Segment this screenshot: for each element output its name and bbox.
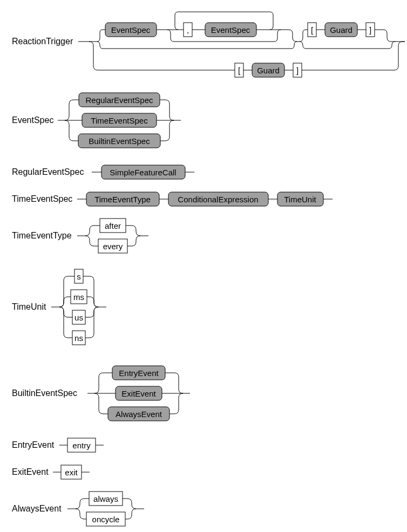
nonterminal-EventSpec: EventSpec	[105, 23, 157, 37]
svg-text:EventSpec: EventSpec	[211, 25, 250, 35]
nonterminal-AlwaysEvent: AlwaysEvent	[108, 407, 169, 421]
nonterminal-EntryEvent: EntryEvent	[112, 366, 165, 380]
nonterminal-ExitEvent: ExitEvent	[116, 386, 162, 400]
rule-TimeEventSpec: TimeEventSpec TimeEventType ConditionalE…	[12, 192, 333, 206]
terminal-comma: ,	[184, 23, 192, 37]
nonterminal-RegularEventSpec: RegularEventSpec	[79, 93, 160, 107]
nonterminal-Guard-2: Guard	[252, 63, 284, 77]
svg-text:Guard: Guard	[330, 25, 352, 35]
nonterminal-BuiltinEventSpec: BuiltinEventSpec	[78, 134, 160, 148]
terminal-rbrack-2: ]	[293, 63, 302, 77]
rule-TimeEventType: TimeEventType after every	[12, 219, 148, 253]
rule-label: AlwaysEvent	[12, 504, 62, 513]
svg-text:Guard: Guard	[257, 66, 280, 75]
terminal-always: always	[89, 492, 123, 506]
svg-text:oncycle: oncycle	[92, 515, 120, 524]
svg-text:ms: ms	[73, 292, 84, 302]
svg-text:,: ,	[187, 25, 189, 35]
nonterminal-TimeUnit: TimeUnit	[277, 192, 323, 206]
svg-text:ns: ns	[74, 333, 83, 343]
rule-label: ExitEvent	[12, 467, 49, 476]
svg-text:ExitEvent: ExitEvent	[121, 389, 156, 398]
svg-text:TimeEventSpec: TimeEventSpec	[91, 116, 148, 125]
rule-BuiltinEventSpec: BuiltinEventSpec EntryEvent ExitEvent Al…	[12, 366, 190, 421]
rule-EntryEvent: EntryEvent entry	[12, 438, 104, 452]
svg-text:EventSpec: EventSpec	[111, 25, 151, 35]
svg-text:RegularEventSpec: RegularEventSpec	[85, 96, 153, 105]
svg-text:always: always	[93, 494, 118, 503]
rule-AlwaysEvent: AlwaysEvent always oncycle	[12, 492, 144, 526]
svg-text:us: us	[74, 313, 83, 322]
rule-label: EventSpec	[12, 115, 53, 125]
rule-label: RegularEventSpec	[12, 167, 84, 176]
rule-label: EntryEvent	[12, 440, 55, 449]
nonterminal-TimeEventSpec: TimeEventSpec	[82, 113, 157, 127]
svg-text:s: s	[77, 272, 81, 281]
terminal-exit: exit	[61, 465, 82, 479]
svg-text:BuiltinEventSpec: BuiltinEventSpec	[89, 137, 150, 146]
nonterminal-EventSpec-2: EventSpec	[205, 23, 256, 37]
nonterminal-ConditionalExpression: ConditionalExpression	[168, 192, 268, 206]
svg-text:EntryEvent: EntryEvent	[119, 369, 159, 378]
terminal-us: us	[72, 310, 85, 324]
svg-text:]: ]	[296, 66, 299, 75]
rule-label: ReactionTrigger	[12, 37, 73, 46]
terminal-ns: ns	[72, 331, 85, 345]
terminal-rbrack-1: ]	[366, 23, 375, 37]
svg-text:TimeUnit: TimeUnit	[284, 195, 316, 204]
rule-label: TimeEventType	[12, 231, 72, 240]
terminal-oncycle: oncycle	[86, 512, 125, 526]
nonterminal-SimpleFeatureCall: SimpleFeatureCall	[101, 165, 185, 179]
nonterminal-TimeEventType: TimeEventType	[86, 192, 159, 206]
terminal-after: after	[100, 219, 126, 233]
rule-label: BuiltinEventSpec	[12, 388, 77, 398]
svg-text:ConditionalExpression: ConditionalExpression	[178, 195, 258, 204]
rule-ExitEvent: ExitEvent exit	[12, 465, 90, 479]
svg-text:entry: entry	[72, 441, 91, 450]
rule-label: TimeUnit	[12, 302, 46, 311]
terminal-s: s	[74, 269, 83, 283]
terminal-lbrack-2: [	[235, 63, 243, 77]
nonterminal-Guard-1: Guard	[325, 23, 357, 37]
terminal-lbrack-1: [	[308, 23, 316, 37]
svg-text:]: ]	[369, 25, 371, 35]
svg-text:AlwaysEvent: AlwaysEvent	[116, 410, 162, 419]
terminal-ms: ms	[71, 290, 87, 304]
svg-text:SimpleFeatureCall: SimpleFeatureCall	[110, 168, 176, 177]
rule-RegularEventSpec: RegularEventSpec SimpleFeatureCall	[12, 165, 194, 179]
rule-label: TimeEventSpec	[12, 194, 72, 203]
rule-ReactionTrigger: ReactionTrigger EventSpec , EventSpec [	[12, 12, 405, 77]
railroad-diagram: ReactionTrigger EventSpec , EventSpec [	[5, 5, 407, 532]
terminal-entry: entry	[67, 438, 96, 452]
svg-text:every: every	[103, 242, 123, 251]
svg-text:after: after	[105, 221, 121, 230]
terminal-every: every	[98, 239, 127, 253]
svg-text:exit: exit	[65, 468, 78, 477]
rule-TimeUnit: TimeUnit s ms us ns	[12, 269, 106, 345]
rule-EventSpec: EventSpec RegularEventSpec TimeEventSpec…	[12, 93, 181, 148]
svg-text:TimeEventType: TimeEventType	[94, 195, 151, 204]
